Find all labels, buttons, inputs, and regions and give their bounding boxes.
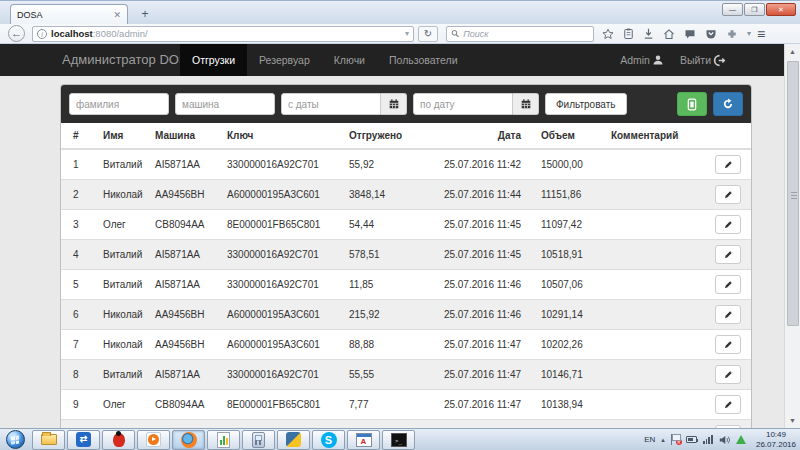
taskbar-item-chart-editor[interactable] [207,430,240,450]
pocket-icon[interactable] [705,28,717,40]
shipments-panel: Фильтровать #ИмяМашинаКлючОтгруженоДатаО… [60,84,752,450]
url-bar[interactable]: i localhost:8080/admin/ ▾ [32,26,414,42]
page-scrollbar[interactable]: ▲ ▼ [784,44,800,428]
plugin-caret-icon[interactable]: ▾ [747,29,751,38]
taskbar-item-media-player[interactable] [137,430,170,450]
start-button[interactable] [2,430,28,450]
edit-row-button[interactable] [715,215,741,234]
calculator-icon [252,432,265,448]
taskbar-item-firefox[interactable] [172,430,205,450]
nav-item[interactable]: Ключи [322,44,377,76]
pencil-icon [724,310,733,319]
bookmarks-clipboard-icon[interactable] [623,28,634,40]
date-from-input[interactable] [281,93,381,115]
taskbar-item-explorer[interactable] [32,430,65,450]
edit-row-button[interactable] [715,185,741,204]
taskbar-item-skype[interactable]: S [312,430,345,450]
action-center-flag-icon[interactable]: ✕ [671,434,680,445]
date-to-calendar-button[interactable] [513,93,539,115]
taskbar-item-terminal[interactable]: >_ [382,430,415,450]
edit-row-button[interactable] [715,155,741,174]
network-signal-icon[interactable] [703,435,713,444]
url-dropdown-icon[interactable]: ▾ [405,29,409,38]
table-row: 2Николай AA9456BHA600000195A3C601 3848,1… [61,180,751,210]
date-to-input[interactable] [413,93,513,115]
minimize-button[interactable]: — [722,3,743,16]
taskbar-item-debug-tool[interactable] [102,430,135,450]
user-menu[interactable]: Admin [620,54,664,66]
url-host: localhost [51,28,93,39]
ladybug-icon [113,433,125,447]
scroll-up-icon[interactable]: ▲ [785,44,800,59]
edit-row-button[interactable] [715,275,741,294]
browser-search[interactable] [446,26,594,42]
downloads-icon[interactable] [643,28,654,40]
filter-button[interactable]: Фильтровать [545,93,627,115]
search-icon [451,29,459,38]
window-controls: — ❐ ✕ [721,3,796,16]
site-info-icon[interactable]: i [37,29,47,39]
export-table-button[interactable] [677,92,707,116]
menu-hamburger-icon[interactable]: ≡ [757,26,764,42]
volume-icon[interactable] [719,435,730,445]
surname-filter-input[interactable] [69,93,169,115]
nav-item[interactable]: Пользователи [377,44,470,76]
close-button[interactable]: ✕ [766,3,796,16]
taskbar-item-teamviewer[interactable]: ⇄ [67,430,100,450]
browser-tab[interactable]: DOSA ✕ [10,4,128,25]
explorer-icon [41,434,57,445]
date-from-calendar-button[interactable] [381,93,407,115]
column-header: Комментарий [605,123,705,149]
language-indicator[interactable]: EN [644,435,655,444]
pencil-icon [724,220,733,229]
scroll-down-icon[interactable]: ▼ [785,413,800,428]
pencil-icon [724,250,733,259]
logout-link[interactable]: Выйти [680,54,726,67]
car-filter-input[interactable] [175,93,275,115]
nav-item[interactable]: Резервуар [247,44,322,76]
edit-row-button[interactable] [715,365,741,384]
edit-row-button[interactable] [715,395,741,414]
back-button[interactable]: ← [8,25,25,42]
date-from-group [281,93,407,115]
tray-clock[interactable]: 10:49 26.07.2016 [752,430,796,450]
edit-row-button[interactable] [715,305,741,324]
chart-editor-icon [217,432,230,448]
taskbar-item-calculator[interactable] [242,430,275,450]
calendar-icon [389,99,399,109]
battery-icon[interactable] [686,436,697,443]
firefox-icon [181,432,197,448]
table-row: 3Олег CB8094AA8E000001FB65C801 54,4425.0… [61,210,751,240]
nav-item[interactable]: Отгрузки [180,44,247,76]
toolbar-icons: ▾ [602,28,751,40]
plugin-icon[interactable] [726,28,738,40]
search-input[interactable] [463,29,589,39]
logout-icon [713,54,726,67]
app-brand[interactable]: Администратор DOSA [62,44,196,76]
remote-window-icon [356,433,372,447]
date-to-group [413,93,539,115]
edit-row-button[interactable] [715,245,741,264]
scrollbar-thumb[interactable] [787,61,799,326]
reload-button[interactable]: ↻ [418,26,438,42]
home-icon[interactable] [663,28,675,40]
media-player-icon [146,432,161,447]
taskbar-item-remote-window[interactable] [347,430,380,450]
screen: DOSA ✕ + — ❐ ✕ ← i localhost:8080/admin/… [0,0,800,450]
column-header: Дата [427,123,535,149]
logout-label: Выйти [680,54,711,66]
pencil-icon [724,370,733,379]
url-text[interactable]: localhost:8080/admin/ [51,28,401,39]
tray-date: 26.07.2016 [756,440,796,450]
chat-icon[interactable] [684,28,696,40]
tab-close-icon[interactable]: ✕ [113,10,121,20]
column-header: Отгружено [343,123,427,149]
taskbar-item-python[interactable] [277,430,310,450]
new-tab-button[interactable]: + [134,7,156,23]
refresh-button[interactable] [713,92,743,116]
restore-button[interactable]: ❐ [744,3,765,16]
bookmark-star-icon[interactable] [602,28,614,40]
edit-row-button[interactable] [715,335,741,354]
drive-icon[interactable] [736,435,746,444]
hidden-icons-button[interactable]: ▴ [661,436,665,444]
